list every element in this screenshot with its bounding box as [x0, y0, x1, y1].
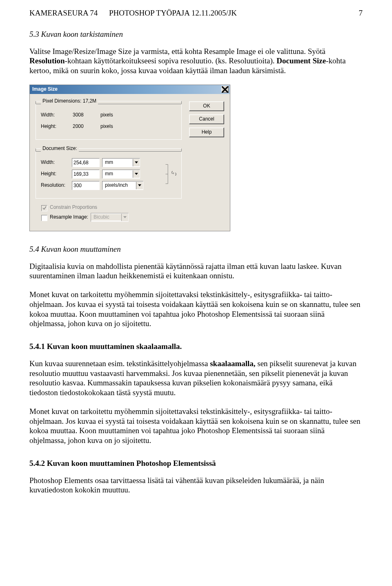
- help-button[interactable]: Help: [189, 127, 224, 137]
- section-5-4-p2: Monet kuvat on tarkoitettu myöhemmin sij…: [29, 290, 363, 329]
- doc-width-unit-dropdown[interactable]: mm: [102, 158, 140, 167]
- px-width-unit: pixels: [98, 112, 125, 118]
- px-height-value: 2000: [72, 123, 96, 130]
- header-center: PHOTOSHOP TYÖPAJA 12.11.2005/JK: [109, 8, 346, 18]
- section-5-4-1-p2: Monet kuvat on tarkoitettu myöhemmin sij…: [29, 407, 363, 445]
- section-5-4-1-p1: Kun kuvaa suurennetaan esim. tekstinkäsi…: [29, 359, 363, 398]
- section-5-4-2-title: 5.4.2 Kuvan koon muuttaminen Photoshop E…: [29, 459, 363, 468]
- px-width-value: 3008: [72, 112, 96, 118]
- resolution-input[interactable]: [72, 181, 100, 190]
- resolution-unit-dropdown[interactable]: pixels/inch: [102, 181, 143, 190]
- doc-height-label: Height:: [41, 171, 69, 177]
- section-5-4-1-title: 5.4.1 Kuvan koon muuttaminen skaalaamall…: [29, 342, 363, 351]
- chevron-down-icon: [136, 182, 143, 189]
- chevron-down-icon: [133, 170, 140, 178]
- px-height-label: Height:: [41, 123, 69, 130]
- cancel-button[interactable]: Cancel: [189, 114, 224, 124]
- chevron-down-icon: [121, 214, 128, 221]
- constrain-proportions-row: Constrain Proportions: [41, 204, 182, 210]
- pixel-dimensions-label: Pixel Dimensions: 17,2M: [41, 98, 98, 104]
- resample-method-dropdown: Bicubic: [91, 213, 129, 222]
- pixel-dimensions-group: Pixel Dimensions: 17,2M Width: 3008 pixe…: [36, 98, 182, 140]
- constrain-proportions-label: Constrain Proportions: [50, 204, 97, 210]
- page-number: 7: [346, 8, 363, 18]
- document-size-group: Document Size: Width: mm: [36, 145, 182, 199]
- section-5-3-paragraph: Valitse Image/Resize/Image Size ja varmi…: [29, 47, 363, 76]
- section-5-3-title: 5.3 Kuvan koon tarkistaminen: [29, 29, 363, 39]
- document-size-label: Document Size:: [41, 145, 79, 152]
- doc-width-label: Width:: [41, 159, 69, 166]
- close-icon[interactable]: [221, 86, 229, 93]
- doc-height-input[interactable]: [72, 170, 100, 179]
- dialog-titlebar[interactable]: Image Size: [30, 85, 230, 94]
- px-height-unit: pixels: [98, 123, 125, 130]
- link-bracket-icon: [164, 164, 170, 184]
- resample-image-label: Resample Image:: [50, 214, 88, 220]
- ok-button[interactable]: OK: [189, 101, 224, 111]
- constrain-proportions-checkbox: [41, 205, 47, 211]
- section-5-4-2-p1: Photoshop Elements osaa tarvittaessa lis…: [29, 476, 363, 495]
- section-5-4-p1: Digitaalisia kuvia on mahdollista pienen…: [29, 262, 363, 281]
- resample-image-row[interactable]: Resample Image: Bicubic: [41, 213, 182, 222]
- resolution-label: Resolution:: [41, 182, 69, 188]
- header-left: KAMERASEURA 74: [29, 8, 109, 18]
- section-5-4-title: 5.4 Kuvan koon muuttaminen: [29, 244, 363, 254]
- resample-image-checkbox[interactable]: [41, 215, 47, 221]
- image-size-dialog: Image Size Pixel Dimensions: 17,2M Width…: [29, 85, 230, 231]
- doc-width-input[interactable]: [72, 158, 100, 167]
- dialog-title: Image Size: [32, 86, 58, 92]
- px-width-label: Width:: [41, 112, 69, 118]
- chevron-down-icon: [133, 159, 140, 166]
- doc-height-unit-dropdown[interactable]: mm: [102, 170, 140, 179]
- chain-link-icon: [172, 171, 176, 177]
